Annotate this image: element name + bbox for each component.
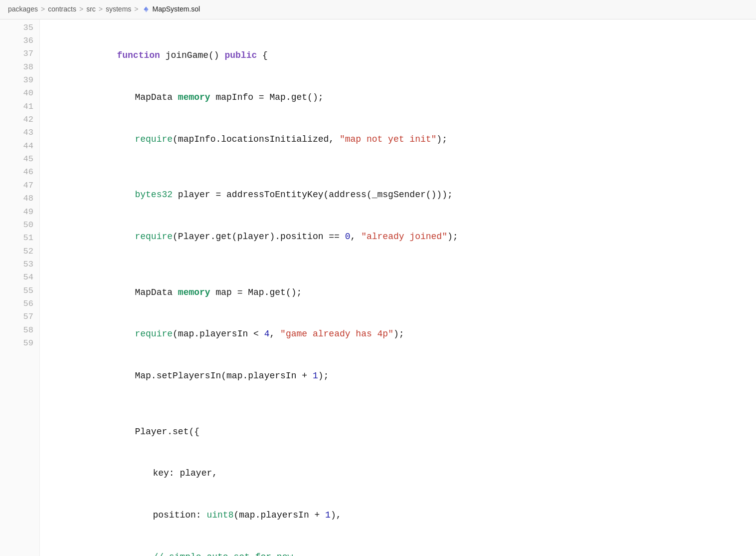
token-require-44: require xyxy=(135,329,173,339)
breadcrumb-sep-4: > xyxy=(134,4,138,15)
code-area: 35 36 37 38 39 40 41 42 43 44 45 46 47 4… xyxy=(0,19,756,556)
line-num-57: 57 xyxy=(0,310,39,323)
token-plain-49c: ), xyxy=(331,510,342,520)
token-plain-43: map = Map.get(); xyxy=(210,287,302,297)
line-num-54: 54 xyxy=(0,271,39,284)
line-num-51: 51 xyxy=(0,232,39,245)
code-line-50: // simple auto-set for now xyxy=(56,537,756,556)
token-bytes32-40: bytes32 xyxy=(135,190,173,200)
line-num-55: 55 xyxy=(0,284,39,297)
token-num-45: 1 xyxy=(313,371,318,381)
line-num-39: 39 xyxy=(0,74,39,87)
code-body: function joinGame() public { MapData mem… xyxy=(40,19,756,556)
token-memory-43: memory xyxy=(178,287,210,297)
line-num-45: 45 xyxy=(0,153,39,166)
token-require-38: require xyxy=(135,134,173,144)
breadcrumb-src: src xyxy=(86,4,96,15)
token-plain-41a: (Player.get(player).position == xyxy=(173,232,345,242)
token-plain-38a: (mapInfo.locationsInitialized, xyxy=(173,134,340,144)
token-plain-36a: joinGame() xyxy=(160,50,225,60)
token-num-41: 0 xyxy=(345,232,351,242)
code-line-45: Map.setPlayersIn(map.playersIn + 1); xyxy=(56,355,756,397)
token-str-38: "map not yet init" xyxy=(340,134,436,144)
token-plain-49a: position: xyxy=(153,510,206,520)
line-num-43: 43 xyxy=(0,126,39,139)
breadcrumb-packages: packages xyxy=(8,4,38,15)
line-num-52: 52 xyxy=(0,245,39,258)
token-memory-37: memory xyxy=(178,92,210,102)
token-plain-38b: ); xyxy=(436,134,447,144)
code-line-42 xyxy=(56,258,756,272)
code-line-49: position: uint8(map.playersIn + 1), xyxy=(56,495,756,537)
ethereum-icon xyxy=(143,6,150,13)
token-mapdata-43: MapData xyxy=(135,287,178,297)
token-plain-49b: (map.playersIn + xyxy=(233,510,325,520)
token-plain-44a: (map.playersIn < xyxy=(173,329,264,339)
token-plain-44c: ); xyxy=(393,329,404,339)
token-uint8-49: uint8 xyxy=(206,510,233,520)
line-num-59: 59 xyxy=(0,337,39,350)
breadcrumb-sep-1: > xyxy=(41,4,45,15)
token-plain-45: Map.setPlayersIn(map.playersIn + xyxy=(135,371,312,381)
line-num-47: 47 xyxy=(0,179,39,192)
breadcrumb-contracts: contracts xyxy=(48,4,76,15)
token-plain-41c: ); xyxy=(447,232,458,242)
token-public: public xyxy=(224,50,257,60)
breadcrumb-systems: systems xyxy=(106,4,131,15)
token-num-49: 1 xyxy=(325,510,331,520)
editor-wrapper: packages > contracts > src > systems > M… xyxy=(0,0,756,556)
code-line-44: require(map.playersIn < 4, "game already… xyxy=(56,313,756,355)
code-line-48: key: player, xyxy=(56,453,756,495)
code-line-43: MapData memory map = Map.get(); xyxy=(56,272,756,314)
line-num-49: 49 xyxy=(0,206,39,219)
code-line-41: require(Player.get(player).position == 0… xyxy=(56,216,756,258)
line-num-41: 41 xyxy=(0,100,39,113)
token-num-44: 4 xyxy=(264,329,270,339)
token-plain-48: key: player, xyxy=(153,468,217,478)
line-num-37: 37 xyxy=(0,47,39,60)
token-str-41: "already joined" xyxy=(361,232,447,242)
code-line-36: function joinGame() public { xyxy=(56,35,756,77)
token-mapinfo-37: mapInfo = Map.get(); xyxy=(210,92,324,102)
token-plain-40: player = addressToEntityKey(address(_msg… xyxy=(173,190,453,200)
breadcrumb-filename: MapSystem.sol xyxy=(153,4,200,15)
code-line-37: MapData memory mapInfo = Map.get(); xyxy=(56,77,756,119)
token-plain-47: Player.set({ xyxy=(135,427,199,437)
line-num-36: 36 xyxy=(0,34,39,47)
breadcrumb-sep-3: > xyxy=(99,4,103,15)
token-comment-50: // simple auto-set for now xyxy=(153,552,293,556)
code-line-47: Player.set({ xyxy=(56,411,756,453)
svg-marker-3 xyxy=(144,6,146,10)
token-plain-45b: ); xyxy=(318,371,329,381)
line-num-58: 58 xyxy=(0,324,39,337)
token-plain-36b: { xyxy=(257,50,268,60)
token-plain-41b: , xyxy=(351,232,362,242)
line-num-38: 38 xyxy=(0,61,39,74)
code-line-38: require(mapInfo.locationsInitialized, "m… xyxy=(56,119,756,161)
token-mapdata-37: MapData xyxy=(135,92,178,102)
token-require-41: require xyxy=(135,232,173,242)
line-num-42: 42 xyxy=(0,113,39,126)
code-line-39 xyxy=(56,161,756,175)
line-num-48: 48 xyxy=(0,192,39,205)
code-line-35 xyxy=(56,21,756,35)
line-num-53: 53 xyxy=(0,258,39,271)
code-line-40: bytes32 player = addressToEntityKey(addr… xyxy=(56,174,756,216)
token-plain-44b: , xyxy=(270,329,281,339)
breadcrumb-sep-2: > xyxy=(79,4,83,15)
line-num-44: 44 xyxy=(0,140,39,153)
line-num-46: 46 xyxy=(0,166,39,179)
code-line-46 xyxy=(56,397,756,411)
token-str-44: "game already has 4p" xyxy=(280,329,393,339)
line-num-56: 56 xyxy=(0,297,39,310)
breadcrumb: packages > contracts > src > systems > M… xyxy=(0,0,756,19)
line-num-40: 40 xyxy=(0,87,39,100)
token-function: function xyxy=(117,50,160,60)
line-num-35: 35 xyxy=(0,21,39,34)
line-num-50: 50 xyxy=(0,219,39,232)
line-numbers: 35 36 37 38 39 40 41 42 43 44 45 46 47 4… xyxy=(0,19,40,556)
